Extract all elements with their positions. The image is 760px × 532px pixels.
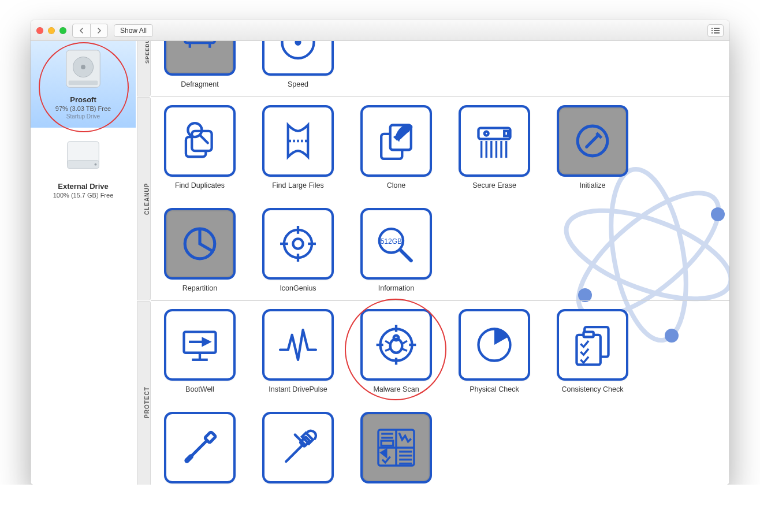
- tool-label: Initialize: [579, 181, 605, 189]
- drive-note: Startup Drive: [33, 113, 133, 120]
- svg-rect-11: [68, 161, 99, 169]
- tool-label: Consistency Check: [562, 385, 624, 393]
- svg-rect-19: [185, 41, 215, 43]
- tool-defragment[interactable]: Defragment: [162, 41, 237, 88]
- external-drive-icon: [61, 133, 106, 178]
- back-button[interactable]: [73, 24, 90, 37]
- drive-name: External Drive: [33, 182, 133, 191]
- svg-line-45: [400, 250, 411, 261]
- tool-label: Malware Scan: [373, 385, 419, 393]
- svg-text:512GB: 512GB: [381, 237, 402, 245]
- tool-icongenius[interactable]: IconGenius: [260, 208, 336, 292]
- svg-rect-75: [381, 441, 393, 446]
- show-all-button[interactable]: Show All: [114, 24, 153, 37]
- tool-label: Instant DrivePulse: [269, 385, 327, 393]
- tool-find-large-files[interactable]: Find Large Files: [260, 105, 336, 189]
- internal-drive-icon: [61, 47, 106, 92]
- tool-malware-scan[interactable]: Malware Scan: [359, 309, 434, 393]
- drive-free: 97% (3.03 TB) Free: [33, 105, 133, 112]
- tool-repartition[interactable]: Repartition: [162, 208, 237, 292]
- section-protect: PROTECT BootWell Instant DrivePulse: [151, 300, 729, 485]
- information-icon: 512GB: [360, 208, 432, 280]
- svg-rect-2: [711, 30, 713, 31]
- tool-label: IconGenius: [280, 284, 316, 292]
- svg-point-37: [284, 230, 312, 258]
- clone-icon: [360, 105, 432, 177]
- app-window: Show All Prosoft 97% (3.03: [31, 20, 729, 485]
- drive-free: 100% (15.7 GB) Free: [33, 192, 133, 199]
- section-label-protect: PROTECT: [137, 301, 151, 485]
- malware-scan-icon: [360, 309, 432, 381]
- consistency-check-icon: [557, 309, 628, 381]
- drivepulse-icon: [262, 309, 334, 381]
- defragment-icon: [164, 41, 236, 76]
- tool-label: Secure Erase: [472, 181, 516, 189]
- svg-rect-60: [584, 332, 594, 337]
- svg-marker-49: [202, 337, 211, 347]
- svg-point-12: [95, 163, 97, 166]
- section-cleanup: CLEANUP Find Duplicates Find Large Files: [151, 96, 729, 300]
- svg-line-63: [187, 456, 191, 460]
- nav-back-forward: [72, 24, 108, 38]
- svg-point-38: [293, 239, 303, 248]
- find-large-files-icon: [262, 105, 334, 177]
- tool-label: Clone: [387, 181, 406, 189]
- sidebar-drives: Prosoft 97% (3.03 TB) Free Startup Drive…: [31, 41, 136, 485]
- tool-rebuild[interactable]: Rebuild: [260, 412, 336, 485]
- window-controls: [36, 27, 66, 34]
- tool-find-duplicates[interactable]: Find Duplicates: [162, 105, 237, 189]
- svg-rect-5: [714, 32, 720, 34]
- zoom-window-button[interactable]: [59, 27, 66, 34]
- tool-speed[interactable]: Speed: [260, 41, 336, 88]
- svg-line-64: [286, 444, 304, 462]
- tool-bootwell[interactable]: BootWell: [162, 309, 237, 393]
- secure-erase-icon: [459, 105, 530, 177]
- svg-rect-4: [711, 32, 713, 34]
- tool-clone[interactable]: Clone: [359, 105, 434, 189]
- tool-instant-drivepulse[interactable]: Instant DrivePulse: [260, 309, 336, 393]
- titlebar: Show All: [31, 20, 729, 41]
- tool-repair[interactable]: Repair: [162, 412, 237, 485]
- svg-rect-0: [711, 28, 713, 29]
- initialize-icon: [557, 105, 628, 177]
- rebuild-icon: [262, 412, 334, 483]
- tool-active-files[interactable]: Active Files: [359, 412, 434, 485]
- svg-line-34: [587, 135, 599, 147]
- sidebar-drive-prosoft[interactable]: Prosoft 97% (3.03 TB) Free Startup Drive: [31, 41, 136, 128]
- section-label-cleanup: CLEANUP: [137, 97, 151, 300]
- repartition-icon: [164, 208, 236, 280]
- svg-rect-62: [204, 431, 215, 442]
- tool-label: Physical Check: [470, 385, 519, 393]
- view-list-button[interactable]: [707, 24, 724, 37]
- svg-rect-9: [69, 81, 98, 85]
- minimize-window-button[interactable]: [48, 27, 55, 34]
- sidebar-drive-external[interactable]: External Drive 100% (15.7 GB) Free: [31, 128, 136, 207]
- tool-label: Find Duplicates: [175, 181, 225, 189]
- tool-information[interactable]: 512GB Information: [359, 208, 434, 292]
- close-window-button[interactable]: [36, 27, 43, 34]
- svg-rect-3: [714, 30, 720, 31]
- svg-point-8: [81, 65, 85, 69]
- physical-check-icon: [459, 309, 530, 381]
- speed-icon: [262, 41, 334, 76]
- svg-point-50: [380, 329, 412, 360]
- svg-rect-1: [714, 28, 720, 29]
- section-speedup: SPEEDUP Defragment Speed: [151, 41, 729, 96]
- main-tool-grid: SPEEDUP Defragment Speed: [136, 41, 729, 485]
- drive-name: Prosoft: [33, 95, 133, 104]
- tool-label: Information: [378, 284, 415, 292]
- icongenius-icon: [262, 208, 334, 280]
- find-duplicates-icon: [164, 105, 236, 177]
- tool-secure-erase[interactable]: Secure Erase: [457, 105, 532, 189]
- tool-consistency-check[interactable]: Consistency Check: [555, 309, 630, 393]
- svg-point-31: [485, 132, 489, 136]
- tool-label: Speed: [288, 80, 308, 88]
- svg-point-21: [296, 41, 300, 44]
- tool-label: Find Large Files: [272, 181, 324, 189]
- repair-icon: [164, 412, 236, 483]
- section-label-speedup: SPEEDUP: [137, 41, 151, 96]
- active-files-icon: [360, 412, 432, 483]
- tool-initialize[interactable]: Initialize: [555, 105, 630, 189]
- forward-button[interactable]: [90, 24, 107, 37]
- tool-physical-check[interactable]: Physical Check: [457, 309, 532, 393]
